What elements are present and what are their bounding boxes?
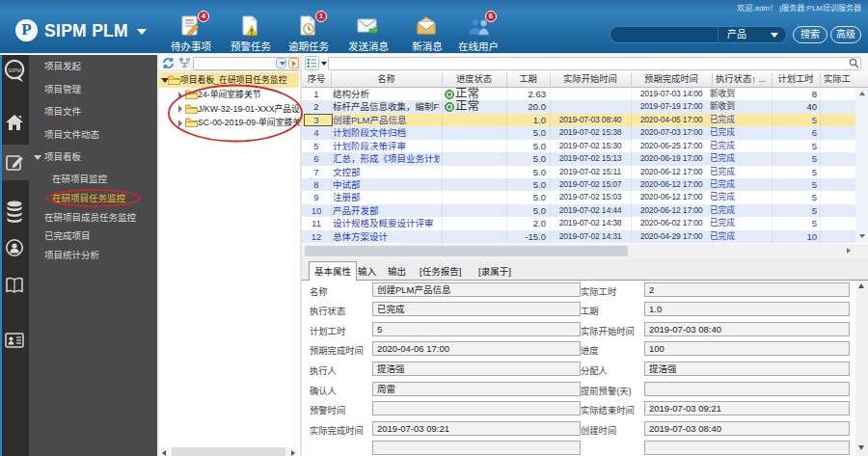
svg-text:SIPM: SIPM bbox=[8, 67, 21, 73]
